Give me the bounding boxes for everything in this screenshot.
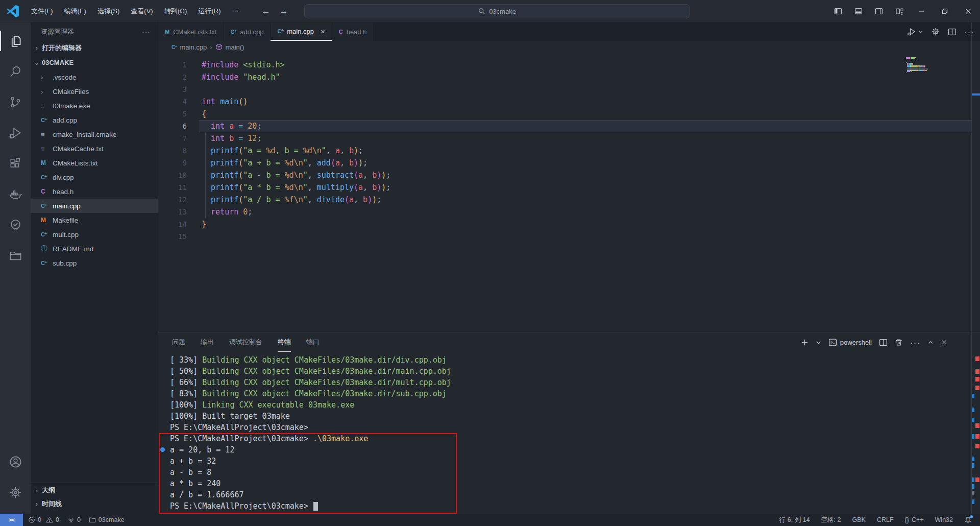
line-number: 12 <box>158 194 187 206</box>
platform-status[interactable]: Win32 <box>935 516 953 523</box>
code-line-14: 14} <box>158 218 980 230</box>
line-col-status[interactable]: 行 6, 列 14 <box>779 516 810 524</box>
breadcrumb-symbol[interactable]: main() <box>226 43 244 51</box>
folder-status[interactable]: 03cmake <box>89 516 125 523</box>
tree-item-Makefile[interactable]: MMakefile <box>31 213 158 227</box>
tree-item-div.cpp[interactable]: C⁺div.cpp <box>31 170 158 184</box>
docker-icon[interactable] <box>0 182 31 206</box>
minimap[interactable] <box>906 57 937 75</box>
tab-main.cpp[interactable]: C⁺main.cpp× <box>271 22 332 41</box>
run-debug-dropdown-icon[interactable] <box>906 27 923 37</box>
panel-tab-输出[interactable]: 输出 <box>201 332 214 352</box>
toggle-primary-sidebar-icon[interactable] <box>828 0 848 22</box>
search-sidebar-icon[interactable] <box>0 59 31 84</box>
open-editors-label: 打开的编辑器 <box>42 43 82 53</box>
menu-item[interactable]: ··· <box>226 4 244 19</box>
menu-item[interactable]: 选择(S) <box>92 4 125 19</box>
testing-icon[interactable] <box>0 212 31 237</box>
code-text: int a = 20; <box>202 120 261 132</box>
tree-item-CMakeFiles[interactable]: ›CMakeFiles <box>31 84 158 99</box>
menu-item[interactable]: 编辑(E) <box>59 4 92 19</box>
code-editor[interactable]: 1#include <stdio.h>2#include "head.h"34i… <box>158 53 980 332</box>
panel-tab-问题[interactable]: 问题 <box>172 332 185 352</box>
terminal-profile-dropdown-icon[interactable] <box>816 340 821 345</box>
terminal-line-1: [ 33%] Building CXX object CMakeFiles/03… <box>170 354 970 366</box>
ports-status[interactable]: 0 <box>67 516 81 523</box>
new-terminal-icon[interactable] <box>801 339 808 346</box>
problems-status[interactable]: 0 0 <box>28 516 59 523</box>
breadcrumb-file[interactable]: main.cpp <box>180 43 207 51</box>
panel-tab-端口[interactable]: 端口 <box>306 332 320 352</box>
toggle-panel-icon[interactable] <box>848 0 869 22</box>
command-center-search[interactable]: 03cmake <box>304 4 690 18</box>
editor-more-actions-icon[interactable]: ··· <box>964 28 975 36</box>
tree-item-main.cpp[interactable]: C⁺main.cpp <box>31 199 158 213</box>
kill-terminal-trash-icon[interactable] <box>895 338 903 346</box>
eol-status[interactable]: CRLF <box>877 516 894 523</box>
panel-tab-终端[interactable]: 终端 <box>278 332 291 352</box>
restore-button[interactable] <box>933 0 957 22</box>
run-debug-icon[interactable] <box>0 121 31 145</box>
menu-item[interactable]: 文件(F) <box>26 4 59 19</box>
menu-item[interactable]: 查看(V) <box>125 4 158 19</box>
workspace-label: 03CMAKE <box>42 59 74 66</box>
split-editor-icon[interactable] <box>948 28 957 36</box>
outline-section[interactable]: › 大纲 <box>31 483 158 497</box>
tree-item-CMakeCache.txt[interactable]: ≡CMakeCache.txt <box>31 141 158 156</box>
tree-item-cmake_install.cmake[interactable]: ≡cmake_install.cmake <box>31 127 158 141</box>
open-editors-section[interactable]: › 打开的编辑器 <box>31 40 158 55</box>
close-window-button[interactable] <box>957 0 980 22</box>
code-line-8: 8 printf("a = %d, b = %d\n", a, b); <box>158 145 980 157</box>
close-panel-icon[interactable] <box>941 339 947 346</box>
menu-item[interactable]: 转到(G) <box>159 4 193 19</box>
split-terminal-icon[interactable] <box>879 338 888 347</box>
panel-more-actions-icon[interactable]: ··· <box>910 338 921 347</box>
remote-indicator[interactable]: >< <box>0 514 23 526</box>
tree-item-add.cpp[interactable]: C⁺add.cpp <box>31 113 158 127</box>
tree-item-mult.cpp[interactable]: C⁺mult.cpp <box>31 227 158 242</box>
account-icon[interactable] <box>0 449 31 474</box>
terminal-line-7: PS E:\CMakeAllProject\03cmake> <box>170 422 970 433</box>
notifications-bell-icon[interactable] <box>964 516 972 524</box>
source-control-icon[interactable] <box>0 90 31 114</box>
outline-label: 大纲 <box>42 486 55 495</box>
tree-item-.vscode[interactable]: ›.vscode <box>31 70 158 84</box>
tree-item-head.h[interactable]: Chead.h <box>31 184 158 199</box>
workspace-section[interactable]: ⌄ 03CMAKE <box>31 55 158 70</box>
nav-forward-icon[interactable]: → <box>279 6 288 16</box>
editor-settings-gear-icon[interactable] <box>931 27 940 36</box>
menu-item[interactable]: 运行(R) <box>192 4 226 19</box>
notification-badge <box>970 515 973 518</box>
line-number: 6 <box>158 120 187 132</box>
tab-head.h[interactable]: Chead.h <box>332 22 374 41</box>
tree-item-CMakeLists.txt[interactable]: MCMakeLists.txt <box>31 156 158 170</box>
line-number: 15 <box>158 230 187 243</box>
maximize-panel-icon[interactable] <box>928 340 934 345</box>
panel-tab-调试控制台[interactable]: 调试控制台 <box>229 332 262 352</box>
sidebar-more-actions-icon[interactable]: ··· <box>142 28 151 36</box>
editor-right-border <box>971 22 972 514</box>
extensions-icon[interactable] <box>0 151 31 176</box>
close-tab-icon[interactable]: × <box>321 27 325 36</box>
chevron-right-icon: › <box>33 500 41 508</box>
toggle-secondary-sidebar-icon[interactable] <box>869 0 889 22</box>
breadcrumb[interactable]: C⁺ main.cpp › main() <box>158 41 980 53</box>
nav-back-icon[interactable]: ← <box>261 6 270 16</box>
explorer-icon[interactable] <box>0 29 31 53</box>
terminal-output[interactable]: [ 33%] Building CXX object CMakeFiles/03… <box>158 352 970 514</box>
customize-layout-icon[interactable] <box>889 0 910 22</box>
encoding-status[interactable]: GBK <box>852 516 866 523</box>
timeline-section[interactable]: › 时间线 <box>31 496 158 511</box>
settings-gear-icon[interactable] <box>0 480 31 505</box>
tab-CMakeLists.txt[interactable]: MCMakeLists.txt <box>158 22 224 41</box>
tab-add.cpp[interactable]: C⁺add.cpp <box>224 22 271 41</box>
project-folder-icon[interactable] <box>0 243 31 268</box>
file-name: div.cpp <box>53 174 74 181</box>
tree-item-README.md[interactable]: ⓘREADME.md <box>31 242 158 256</box>
language-status[interactable]: {} C++ <box>905 516 924 523</box>
terminal-shell-item[interactable]: powershell <box>828 338 872 347</box>
indentation-status[interactable]: 空格: 2 <box>821 516 841 524</box>
minimize-button[interactable] <box>910 0 933 22</box>
tree-item-03make.exe[interactable]: ≡03make.exe <box>31 99 158 113</box>
tree-item-sub.cpp[interactable]: C⁺sub.cpp <box>31 256 158 270</box>
